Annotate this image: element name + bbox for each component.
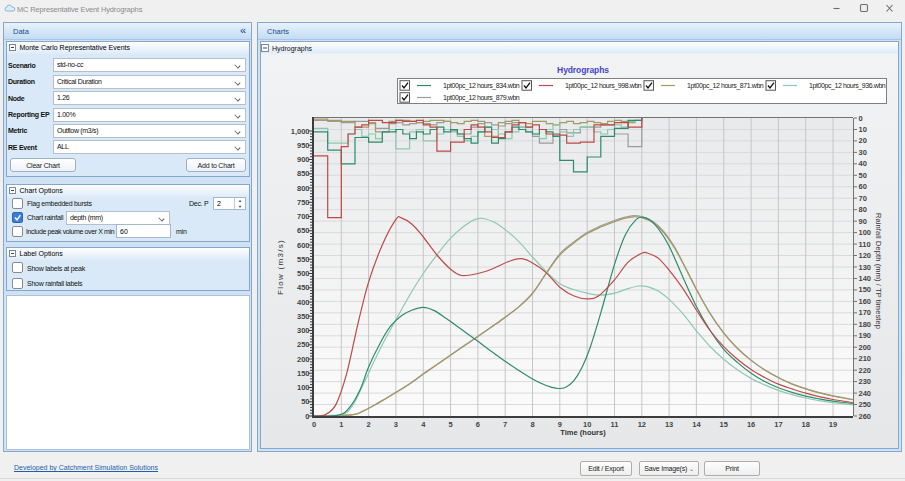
svg-text:250: 250 [859,400,872,409]
svg-text:850: 850 [297,169,310,178]
svg-text:6: 6 [476,420,480,429]
svg-text:260: 260 [859,412,872,421]
svg-text:150: 150 [859,285,872,294]
svg-text:150: 150 [297,369,310,378]
svg-text:3: 3 [394,420,398,429]
svg-text:100: 100 [859,228,872,237]
svg-text:250: 250 [297,340,310,349]
svg-text:0: 0 [305,412,309,421]
svg-text:8: 8 [530,420,534,429]
svg-text:17: 17 [774,420,782,429]
svg-text:950: 950 [297,141,310,150]
svg-text:170: 170 [859,308,872,317]
svg-text:900: 900 [297,155,310,164]
svg-text:1: 1 [339,420,343,429]
svg-text:14: 14 [692,420,701,429]
svg-text:240: 240 [859,389,872,398]
svg-text:13: 13 [665,420,673,429]
svg-text:60: 60 [859,182,867,191]
svg-text:230: 230 [859,377,872,386]
svg-text:19: 19 [829,420,837,429]
svg-text:11: 11 [611,420,619,429]
svg-text:0: 0 [859,114,863,123]
svg-text:800: 800 [297,184,310,193]
svg-text:Time (hours): Time (hours) [560,428,606,437]
svg-text:400: 400 [297,298,310,307]
svg-text:600: 600 [297,241,310,250]
svg-text:160: 160 [859,297,872,306]
svg-text:1pt00pc_12 hours_879.wbn: 1pt00pc_12 hours_879.wbn [443,94,520,102]
svg-text:Hydrographs: Hydrographs [272,45,313,53]
svg-text:1pt00pc_12 hours_834.wbn: 1pt00pc_12 hours_834.wbn [443,82,520,90]
svg-text:7: 7 [503,420,507,429]
svg-text:18: 18 [802,420,810,429]
svg-text:200: 200 [859,343,872,352]
svg-text:0: 0 [312,420,316,429]
svg-text:70: 70 [859,194,867,203]
svg-text:90: 90 [859,217,867,226]
svg-text:10: 10 [859,125,867,134]
svg-text:550: 550 [297,255,310,264]
svg-text:650: 650 [297,226,310,235]
svg-text:30: 30 [859,148,867,157]
svg-text:210: 210 [859,354,872,363]
svg-text:40: 40 [859,159,867,168]
svg-text:140: 140 [859,274,872,283]
svg-text:190: 190 [859,331,872,340]
svg-text:700: 700 [297,212,310,221]
svg-text:750: 750 [297,198,310,207]
svg-text:1pt00pc_12 hours_936.wbn: 1pt00pc_12 hours_936.wbn [809,82,886,90]
svg-text:15: 15 [720,420,728,429]
svg-text:Flow (m3/s): Flow (m3/s) [276,239,285,295]
svg-text:1pt00pc_12 hours_998.wbn: 1pt00pc_12 hours_998.wbn [565,82,642,90]
svg-text:120: 120 [859,251,872,260]
svg-text:110: 110 [859,240,871,249]
svg-text:50: 50 [859,171,867,180]
svg-text:1,000: 1,000 [291,127,310,136]
svg-text:12: 12 [638,420,646,429]
svg-text:220: 220 [859,366,872,375]
svg-text:2: 2 [367,420,371,429]
svg-text:5: 5 [449,420,453,429]
svg-text:130: 130 [859,263,872,272]
svg-text:500: 500 [297,269,310,278]
svg-text:16: 16 [747,420,755,429]
svg-text:300: 300 [297,326,310,335]
svg-text:180: 180 [859,320,872,329]
svg-text:50: 50 [301,397,309,406]
svg-text:100: 100 [297,383,310,392]
svg-text:350: 350 [297,312,310,321]
svg-text:200: 200 [297,355,310,364]
svg-text:80: 80 [859,205,867,214]
svg-text:1pt00pc_12 hours_871.wbn: 1pt00pc_12 hours_871.wbn [687,82,764,90]
svg-text:20: 20 [859,136,867,145]
svg-text:Hydrographs: Hydrographs [557,65,609,75]
svg-text:450: 450 [297,283,310,292]
svg-text:Rainfall Depth (mm) / TP times: Rainfall Depth (mm) / TP timestep [874,213,883,329]
